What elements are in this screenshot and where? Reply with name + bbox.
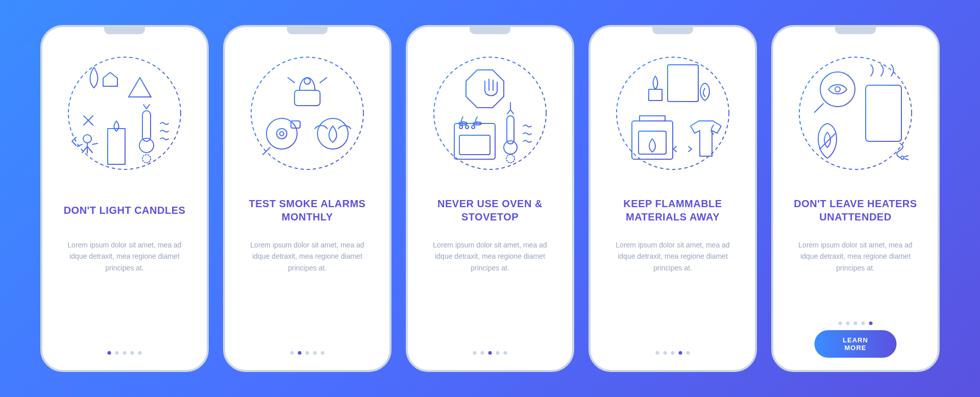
svg-rect-39	[649, 89, 662, 101]
dot[interactable]	[313, 351, 317, 355]
dot[interactable]	[481, 351, 484, 355]
dot[interactable]	[123, 351, 127, 355]
svg-line-14	[320, 78, 327, 83]
onboarding-screen-4: KEEP FLAMMABLE MATERIALS AWAY Lorem ipsu…	[589, 25, 757, 372]
phone-row: DON'T LIGHT CANDLES Lorem ipsum dolor si…	[40, 25, 940, 372]
svg-line-54	[905, 156, 908, 157]
dot[interactable]	[131, 351, 134, 355]
screen-desc: Lorem ipsum dolor sit amet, mea ad idque…	[783, 239, 927, 274]
dot[interactable]	[298, 351, 302, 355]
dot[interactable]	[671, 351, 675, 355]
screen-title: DON'T LEAVE HEATERS UNATTENDED	[783, 190, 927, 230]
pagination-dots	[656, 351, 690, 355]
dot[interactable]	[290, 351, 294, 355]
oven-stop-icon	[426, 49, 554, 177]
pagination-dots	[290, 351, 325, 355]
svg-point-26	[459, 126, 462, 129]
dot[interactable]	[862, 321, 865, 325]
dot[interactable]	[687, 351, 690, 355]
candle-warning-icon	[61, 49, 188, 177]
svg-point-18	[277, 129, 287, 139]
svg-point-53	[901, 156, 904, 159]
svg-point-8	[139, 138, 154, 153]
dot[interactable]	[496, 351, 500, 355]
dot[interactable]	[115, 351, 119, 355]
dot[interactable]	[306, 351, 309, 355]
svg-line-13	[288, 78, 295, 83]
svg-point-32	[504, 141, 517, 154]
svg-rect-24	[459, 135, 490, 155]
dot[interactable]	[488, 351, 492, 355]
phone-notch	[652, 27, 693, 34]
svg-point-47	[835, 87, 840, 92]
svg-point-33	[506, 155, 514, 163]
screen-title: NEVER USE OVEN & STOVETOP	[418, 190, 562, 230]
dot[interactable]	[839, 321, 842, 325]
svg-rect-3	[108, 129, 125, 164]
svg-point-9	[142, 155, 151, 163]
screen-title: DON'T LIGHT CANDLES	[59, 190, 191, 230]
dot[interactable]	[656, 351, 659, 355]
screen-desc: Lorem ipsum dolor sit amet, mea ad idque…	[235, 239, 379, 274]
phone-notch	[287, 27, 328, 34]
svg-rect-7	[142, 111, 151, 141]
onboarding-screen-3: NEVER USE OVEN & STOVETOP Lorem ipsum do…	[406, 25, 574, 372]
phone-notch	[470, 27, 510, 34]
svg-point-44	[799, 57, 912, 169]
svg-rect-31	[507, 116, 514, 144]
svg-line-20	[263, 147, 270, 155]
svg-line-55	[905, 159, 908, 160]
dot[interactable]	[504, 351, 507, 355]
flammable-away-icon	[609, 49, 737, 177]
svg-point-2	[139, 93, 140, 94]
svg-point-12	[304, 78, 310, 84]
screen-desc: Lorem ipsum dolor sit amet, mea ad idque…	[418, 239, 562, 274]
screen-desc: Lorem ipsum dolor sit amet, mea ad idque…	[53, 239, 197, 274]
svg-point-28	[472, 126, 475, 129]
dot[interactable]	[854, 321, 857, 325]
dot[interactable]	[138, 351, 142, 355]
pagination-dots	[839, 321, 873, 325]
smoke-alarm-icon	[243, 49, 371, 177]
svg-rect-41	[639, 131, 666, 154]
svg-point-6	[83, 135, 91, 143]
svg-point-45	[820, 72, 855, 107]
pagination-dots	[473, 351, 507, 355]
dot[interactable]	[679, 351, 682, 355]
svg-rect-42	[640, 116, 665, 121]
onboarding-screen-5: DON'T LEAVE HEATERS UNATTENDED Lorem ips…	[771, 25, 940, 372]
screen-desc: Lorem ipsum dolor sit amet, mea ad idque…	[601, 239, 745, 274]
phone-notch	[104, 27, 145, 34]
svg-point-16	[266, 118, 297, 149]
svg-rect-11	[295, 90, 320, 106]
svg-point-27	[465, 126, 469, 129]
screen-title: TEST SMOKE ALARMS MONTHLY	[235, 190, 379, 230]
svg-point-19	[280, 132, 284, 136]
svg-point-21	[317, 118, 348, 149]
dot[interactable]	[846, 321, 850, 325]
dot[interactable]	[473, 351, 477, 355]
learn-more-button[interactable]: LEARN MORE	[815, 330, 897, 358]
screen-title: KEEP FLAMMABLE MATERIALS AWAY	[601, 190, 745, 230]
phone-notch	[835, 27, 876, 34]
onboarding-screen-1: DON'T LIGHT CANDLES Lorem ipsum dolor si…	[40, 25, 209, 372]
dot[interactable]	[321, 351, 325, 355]
svg-line-46	[815, 104, 823, 112]
dot[interactable]	[869, 321, 873, 325]
heater-watch-icon	[792, 49, 919, 177]
svg-line-56	[820, 134, 835, 149]
dot[interactable]	[108, 351, 111, 355]
dot[interactable]	[664, 351, 667, 355]
pagination-dots	[108, 351, 142, 355]
onboarding-screen-2: TEST SMOKE ALARMS MONTHLY Lorem ipsum do…	[223, 25, 391, 372]
